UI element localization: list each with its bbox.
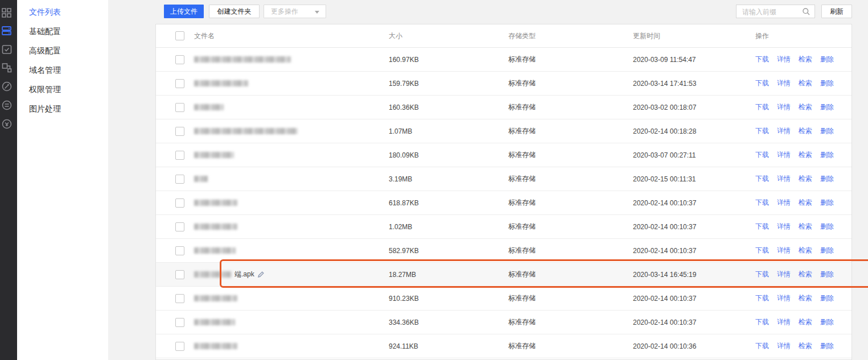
download-link[interactable]: 下载	[755, 126, 769, 136]
retrieve-link[interactable]: 检索	[799, 55, 812, 64]
cos-bucket-icon[interactable]	[1, 25, 13, 36]
header-filename: 文件名	[194, 24, 215, 47]
detail-link[interactable]: 详情	[777, 78, 791, 88]
retrieve-link[interactable]: 检索	[799, 150, 812, 160]
select-all-checkbox[interactable]	[175, 31, 184, 40]
table-row: 3.19MB 标准存储 2020-02-15 00:11:31 下载 详情 检索…	[156, 167, 851, 191]
table-row: 160.97KB 标准存储 2020-03-09 11:54:47 下载 详情 …	[156, 48, 851, 72]
detail-link[interactable]: 详情	[777, 246, 791, 255]
row-checkbox[interactable]	[175, 294, 184, 303]
delete-link[interactable]: 删除	[820, 174, 834, 184]
prefix-search-input[interactable]	[741, 5, 803, 19]
row-checkbox[interactable]	[175, 55, 184, 64]
filename-cell	[194, 48, 291, 71]
row-checkbox[interactable]	[175, 79, 184, 88]
row-checkbox[interactable]	[175, 342, 184, 351]
row-checkbox[interactable]	[175, 198, 184, 208]
row-checkbox[interactable]	[175, 151, 184, 160]
delete-link[interactable]: 删除	[820, 126, 834, 136]
retrieve-link[interactable]: 检索	[799, 246, 812, 255]
detail-link[interactable]: 详情	[777, 317, 791, 327]
detail-link[interactable]: 详情	[777, 341, 791, 351]
retrieve-link[interactable]: 检索	[799, 317, 812, 327]
retrieve-link[interactable]: 检索	[799, 78, 812, 88]
prefix-search-box	[736, 5, 815, 18]
sidebar-item-image-processing[interactable]: 图片处理	[17, 99, 108, 118]
docs-list-circle-icon[interactable]	[1, 100, 13, 111]
download-link[interactable]: 下载	[755, 174, 769, 184]
download-link[interactable]: 下载	[755, 270, 769, 279]
detail-link[interactable]: 详情	[777, 198, 791, 208]
delete-link[interactable]: 删除	[820, 150, 834, 160]
storage-type-cell: 标准存储	[508, 119, 536, 143]
download-link[interactable]: 下载	[755, 222, 769, 231]
size-cell: 910.23KB	[389, 287, 419, 310]
retrieve-link[interactable]: 检索	[799, 341, 812, 351]
download-link[interactable]: 下载	[755, 293, 769, 303]
detail-link[interactable]: 详情	[777, 150, 791, 160]
row-checkbox[interactable]	[175, 175, 184, 184]
download-link[interactable]: 下载	[755, 102, 769, 112]
detail-link[interactable]: 详情	[777, 55, 791, 64]
size-cell: 582.97KB	[389, 239, 419, 262]
sidebar-item-domain-mgmt[interactable]: 域名管理	[17, 60, 108, 80]
retrieve-link[interactable]: 检索	[799, 102, 812, 112]
storage-type-cell: 标准存储	[508, 96, 536, 119]
detail-link[interactable]: 详情	[777, 270, 791, 279]
update-time-cell: 2020-02-14 00:10:37	[633, 287, 696, 310]
upload-file-button[interactable]: 上传文件	[164, 5, 204, 18]
sidebar-item-permission-mgmt[interactable]: 权限管理	[17, 80, 108, 99]
detail-link[interactable]: 详情	[777, 126, 791, 136]
download-link[interactable]: 下载	[755, 246, 769, 255]
download-link[interactable]: 下载	[755, 55, 769, 64]
delete-link[interactable]: 删除	[820, 198, 834, 208]
detail-link[interactable]: 详情	[777, 293, 791, 303]
billing-coin-icon[interactable]	[1, 118, 13, 130]
detail-link[interactable]: 详情	[777, 174, 791, 184]
delete-link[interactable]: 删除	[820, 317, 834, 327]
download-link[interactable]: 下载	[755, 341, 769, 351]
network-share-icon[interactable]	[1, 62, 13, 73]
delete-link[interactable]: 删除	[820, 341, 834, 351]
size-cell: 3.19MB	[389, 167, 412, 191]
row-checkbox[interactable]	[175, 318, 184, 327]
delete-link[interactable]: 删除	[820, 270, 834, 279]
row-checkbox[interactable]	[175, 270, 184, 279]
download-link[interactable]: 下载	[755, 78, 769, 88]
filename-cell	[194, 96, 224, 119]
retrieve-link[interactable]: 检索	[799, 222, 812, 231]
download-link[interactable]: 下载	[755, 150, 769, 160]
row-checkbox[interactable]	[175, 127, 184, 136]
sidebar-item-advanced-config[interactable]: 高级配置	[17, 41, 108, 60]
search-icon[interactable]	[802, 7, 811, 18]
file-list-content: 上传文件 创建文件夹 更多操作 刷新 文件名 大小 存储类型 更新时间 操作 1…	[108, 0, 868, 360]
delete-link[interactable]: 删除	[820, 246, 834, 255]
retrieve-link[interactable]: 检索	[799, 293, 812, 303]
retrieve-link[interactable]: 检索	[799, 270, 812, 279]
delete-link[interactable]: 删除	[820, 55, 834, 64]
more-actions-dropdown[interactable]: 更多操作	[264, 5, 326, 18]
retrieve-link[interactable]: 检索	[799, 126, 812, 136]
download-link[interactable]: 下载	[755, 317, 769, 327]
delete-link[interactable]: 删除	[820, 78, 834, 88]
row-checkbox[interactable]	[175, 103, 184, 112]
detail-link[interactable]: 详情	[777, 102, 791, 112]
delete-link[interactable]: 删除	[820, 102, 834, 112]
rename-pencil-icon[interactable]	[257, 271, 265, 278]
refresh-button[interactable]: 刷新	[821, 5, 852, 18]
create-folder-button[interactable]: 创建文件夹	[209, 5, 260, 18]
retrieve-link[interactable]: 检索	[799, 174, 812, 184]
delete-link[interactable]: 删除	[820, 222, 834, 231]
overview-grid-icon[interactable]	[1, 7, 13, 18]
retrieve-link[interactable]: 检索	[799, 198, 812, 208]
sidebar-item-file-list[interactable]: 文件列表	[17, 2, 108, 22]
download-link[interactable]: 下载	[755, 198, 769, 208]
delete-link[interactable]: 删除	[820, 293, 834, 303]
detail-link[interactable]: 详情	[777, 222, 791, 231]
row-checkbox[interactable]	[175, 246, 184, 255]
row-checkbox[interactable]	[175, 222, 184, 231]
tool-wrench-icon[interactable]	[1, 81, 13, 92]
sidebar-item-basic-config[interactable]: 基础配置	[17, 22, 108, 41]
approval-check-icon[interactable]	[1, 44, 13, 55]
size-cell: 160.97KB	[389, 48, 419, 71]
